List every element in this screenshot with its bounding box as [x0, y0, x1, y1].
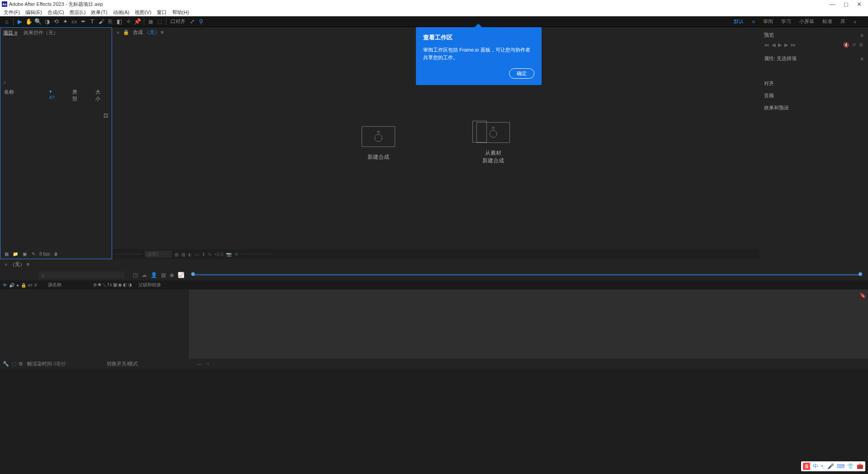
ime-lang[interactable]: 中 — [813, 463, 818, 470]
magnification-dropdown[interactable] — [115, 254, 142, 255]
col-source-name[interactable]: 源名称 — [48, 282, 93, 288]
comp-mini-flowchart-icon[interactable]: ◳ — [133, 272, 138, 278]
resolution-dropdown[interactable]: (全部) — [145, 251, 172, 258]
preview-panel-header[interactable]: 预览≡ — [764, 30, 863, 40]
clone-tool-icon[interactable]: ⎘ — [106, 18, 114, 26]
graph-editor-icon[interactable]: 📈 — [178, 272, 184, 278]
window-minimize-icon[interactable]: — — [830, 1, 835, 8]
comp-marker-icon[interactable]: 🔖 — [859, 292, 866, 299]
workspace-review[interactable]: 审阅 — [763, 18, 773, 25]
puppet-tool-icon[interactable]: 📌 — [133, 18, 142, 26]
ime-punct-icon[interactable]: •, — [821, 463, 825, 469]
reset-exposure-icon[interactable]: ↻ — [208, 252, 212, 257]
new-comp-from-footage-button[interactable]: 从素材新建合成 — [476, 122, 510, 165]
pen-tool-icon[interactable]: ✒ — [79, 18, 87, 26]
ime-skin-icon[interactable]: 👕 — [847, 463, 854, 469]
workspace-standard[interactable]: 标准 — [822, 18, 832, 25]
channel-icon[interactable]: ⬇ — [202, 252, 205, 257]
ime-toolbar[interactable]: S 中 •, 🎤 ⌨ 👕 🧰 — [801, 461, 865, 471]
window-maximize-icon[interactable]: ◻ — [844, 1, 849, 8]
coachmark-ok-button[interactable]: 确定 — [509, 68, 534, 79]
timeline-track-view[interactable]: 🔖 — [189, 289, 868, 359]
work-area-end-handle[interactable] — [859, 272, 862, 276]
menu-file[interactable]: 文件(F) — [4, 9, 20, 16]
mute-icon[interactable]: 🔇 — [843, 42, 849, 48]
roto-tool-icon[interactable]: ✧ — [124, 18, 132, 26]
toggle-switches-modes-button[interactable]: 切换开关/模式 — [107, 360, 138, 367]
toggle-switches-icon[interactable]: 🔧 — [3, 361, 9, 367]
brush-tool-icon[interactable]: 🖌 — [97, 18, 105, 26]
workspace-library[interactable]: 库 — [840, 18, 845, 25]
menu-help[interactable]: 帮助(H) — [172, 9, 189, 16]
flowchart-icon[interactable]: ⚃ — [104, 113, 108, 119]
zoom-slider[interactable]: ○ — [206, 361, 209, 366]
menu-window[interactable]: 窗口 — [157, 9, 167, 16]
ime-toolbox-icon[interactable]: 🧰 — [857, 463, 863, 469]
workspace-menu-icon[interactable]: ≡ — [752, 19, 755, 24]
shape-tool-icon[interactable]: ▭ — [70, 18, 78, 26]
workspace-overflow-icon[interactable]: » — [854, 19, 856, 24]
tab-project[interactable]: 项目 ≡ — [3, 29, 17, 36]
motion-blur-icon[interactable]: ◉ — [170, 272, 174, 278]
bpc-label[interactable]: 8 bpc — [39, 251, 50, 256]
menu-layer[interactable]: 图层(L) — [70, 9, 85, 16]
comp-tab-close-icon[interactable]: × — [117, 30, 119, 35]
workspace-default[interactable]: 默认 — [734, 18, 744, 25]
zoom-tool-icon[interactable]: 🔍 — [34, 18, 42, 26]
align-panel-header[interactable]: 对齐 — [764, 77, 863, 90]
eraser-tool-icon[interactable]: ◧ — [115, 18, 123, 26]
new-composition-button[interactable]: 新建合成 — [362, 126, 395, 161]
home-icon[interactable]: ⌂ — [3, 18, 11, 26]
col-name[interactable]: 名称 — [4, 89, 31, 109]
fill-icon[interactable]: ◼ — [146, 18, 155, 26]
toggle-in-out-icon[interactable]: ⧉ — [19, 361, 23, 367]
first-frame-icon[interactable]: ⏮ — [764, 42, 769, 48]
text-tool-icon[interactable]: T — [88, 18, 96, 26]
loop-icon[interactable]: ⟳ — [852, 42, 856, 48]
menu-edit[interactable]: 编辑(E) — [25, 9, 42, 16]
mask-icon[interactable]: ◐ — [188, 252, 192, 257]
snapshot-icon[interactable]: 📷 — [226, 252, 231, 257]
orbit-tool-icon[interactable]: ◑ — [43, 18, 51, 26]
anchor-tool-icon[interactable]: ✦ — [61, 18, 69, 26]
hand-tool-icon[interactable]: ✋ — [25, 18, 33, 26]
rotate-tool-icon[interactable]: ⟲ — [52, 18, 60, 26]
snap-checkbox[interactable]: 口对齐 — [169, 18, 187, 25]
preview-settings-icon[interactable]: ⚙ — [859, 42, 863, 48]
delete-icon[interactable]: 🗑 — [53, 251, 59, 257]
col-size[interactable]: 大小 — [95, 89, 100, 109]
region-icon[interactable]: ▭ — [195, 252, 199, 257]
timeline-tab[interactable]: （无） ≡ — [10, 261, 29, 268]
project-settings-icon[interactable]: ✎ — [30, 251, 37, 257]
zoom-out-icon[interactable]: — — [197, 361, 202, 366]
effects-presets-panel-header[interactable]: 效果和预设 — [764, 102, 863, 114]
menu-animation[interactable]: 动画(A) — [113, 9, 130, 16]
timeline-search-input[interactable] — [39, 271, 125, 279]
menu-composition[interactable]: 合成(C) — [47, 9, 64, 16]
col-type[interactable]: 类型 — [72, 89, 77, 109]
ime-keyboard-icon[interactable]: ⌨ — [837, 463, 844, 469]
comp-tab-label[interactable]: 合成 （无） ≡ — [133, 29, 164, 36]
search-icon[interactable]: ⚲ — [197, 18, 205, 26]
workspace-learn[interactable]: 学习 — [781, 18, 791, 25]
exposure-value[interactable]: +0.0 — [214, 252, 223, 257]
col-parent-link[interactable]: 父级和链接 — [138, 282, 185, 288]
stroke-icon[interactable]: ◻ — [156, 18, 164, 26]
interpret-footage-icon[interactable]: ▦ — [3, 251, 9, 257]
new-comp-icon[interactable]: ▣ — [21, 251, 28, 257]
menu-effect[interactable]: 效果(T) — [91, 9, 107, 16]
snap-options-icon[interactable]: ⤢ — [188, 18, 196, 26]
new-folder-icon[interactable]: 📁 — [12, 251, 19, 257]
play-icon[interactable]: ▶ — [778, 42, 782, 48]
menu-view[interactable]: 视图(V) — [135, 9, 151, 16]
col-type-icon[interactable]: ▾ 🏷 — [49, 89, 54, 109]
next-frame-icon[interactable]: ▶ — [784, 42, 788, 48]
workspace-small[interactable]: 小屏幕 — [799, 18, 814, 25]
sogou-icon[interactable]: S — [803, 463, 810, 470]
timeline-tab-close-icon[interactable]: × — [5, 262, 7, 267]
comp-tab-lock-icon[interactable]: 🔒 — [123, 29, 129, 35]
show-snapshot-icon[interactable]: 👁 — [234, 252, 239, 257]
shy-icon[interactable]: 👤 — [151, 272, 157, 278]
properties-panel-header[interactable]: 属性: 无选择项≡ — [764, 53, 863, 64]
work-area-start-handle[interactable] — [191, 272, 195, 276]
